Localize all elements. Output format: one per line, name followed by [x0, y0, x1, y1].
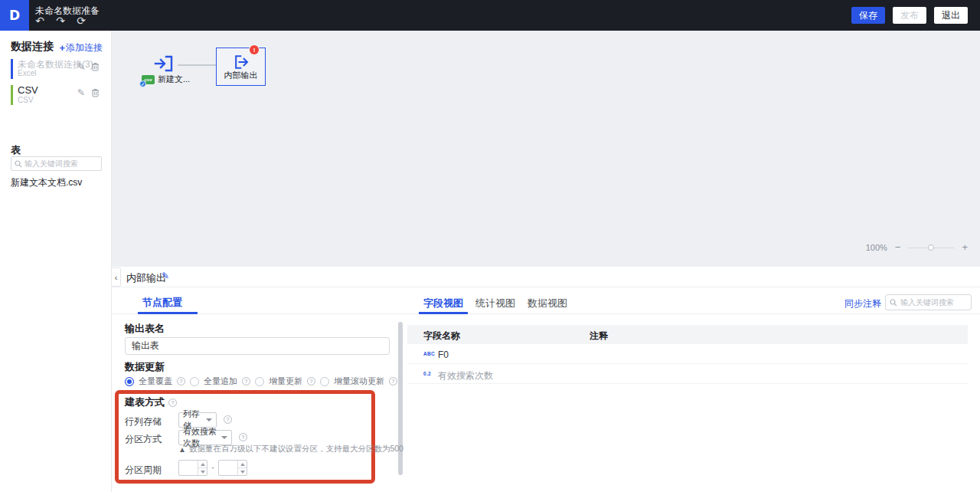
help-icon[interactable]: ?: [168, 399, 177, 407]
field-search-input[interactable]: [900, 298, 965, 307]
zoom-level: 100%: [866, 243, 887, 252]
undo-icon[interactable]: ↶: [34, 15, 46, 27]
bottom-panel: ‹ 内部输出 ✎ 节点配置 输出表名 数据更新 全量覆盖 ? 全量追加 ? 增量…: [112, 267, 980, 492]
data-update-label: 数据更新: [125, 360, 165, 374]
search-icon: [890, 299, 897, 307]
tab-field-view[interactable]: 字段视图: [423, 297, 463, 310]
row-col-storage-select[interactable]: 列存储: [178, 412, 217, 428]
check-badge-icon: ✓: [139, 80, 146, 87]
output-table-input[interactable]: [125, 337, 390, 355]
top-bar: D 未命名数据准备 ↶ ↷ ⟳ 保存 发布 退出: [0, 0, 980, 31]
connection-type: Excel: [18, 69, 36, 77]
config-tabs-row: 节点配置: [112, 287, 407, 314]
warning-text: 数据量在百万级以下不建议设置分区，支持最大分区数为500: [189, 444, 403, 454]
rename-node-icon[interactable]: ✎: [162, 271, 169, 281]
partition-period-start-stepper[interactable]: [178, 460, 207, 476]
edit-connection-icon[interactable]: ✎: [77, 61, 85, 72]
add-connection-button[interactable]: + 添加连接: [59, 41, 103, 54]
radio-full-append[interactable]: [190, 377, 199, 386]
input-node-label-row[interactable]: csv ✓ 新建文...: [142, 74, 190, 85]
radio-full-overwrite[interactable]: [125, 377, 134, 386]
help-icon[interactable]: ?: [239, 433, 247, 441]
output-node-label: 内部输出: [217, 70, 265, 81]
field-type-icon: ABC: [423, 351, 435, 356]
panel-header: ‹ 内部输出 ✎: [112, 267, 980, 287]
connection-color-bar: [11, 85, 13, 105]
partition-warning: ▲ 数据量在百万级以下不建议设置分区，支持最大分区数为500: [178, 444, 403, 454]
table-search-box: [11, 156, 102, 171]
app-logo[interactable]: D: [0, 0, 29, 31]
zoom-in-icon[interactable]: +: [962, 243, 968, 252]
radio-label[interactable]: 增量更新: [269, 376, 302, 387]
csv-file-icon: csv ✓: [142, 75, 155, 84]
column-header-note: 注释: [590, 330, 608, 343]
logo-icon: D: [9, 8, 20, 23]
zoom-slider-handle[interactable]: [928, 244, 934, 251]
partition-mode-select[interactable]: 有效搜索次数: [178, 430, 232, 445]
stepper-down-icon[interactable]: [198, 467, 207, 475]
tab-data-view[interactable]: 数据视图: [528, 297, 567, 310]
field-name: F0: [438, 349, 449, 360]
input-node[interactable]: [153, 52, 176, 75]
connection-item-csv[interactable]: CSV CSV ✎: [0, 84, 112, 106]
node-connector-line: [178, 64, 216, 66]
field-type-icon: 0.2: [423, 371, 431, 376]
tables-header: 表: [11, 143, 21, 157]
chevron-down-icon: [206, 418, 212, 421]
plus-icon: +: [59, 42, 65, 54]
output-node[interactable]: ! 内部输出: [216, 48, 266, 86]
output-table-label: 输出表名: [125, 322, 165, 336]
save-button[interactable]: 保存: [851, 7, 885, 24]
active-tab-underline: [138, 312, 198, 314]
radio-label[interactable]: 增量滚动更新: [334, 376, 384, 387]
connection-color-bar: [11, 59, 13, 79]
build-mode-label: 建表方式: [125, 395, 165, 409]
connection-type: CSV: [18, 96, 34, 104]
partition-period-label: 分区周期: [125, 464, 162, 477]
refresh-icon[interactable]: ⟳: [75, 15, 87, 27]
exit-button[interactable]: 退出: [934, 7, 968, 24]
toolbar: ↶ ↷ ⟳: [34, 15, 87, 27]
topbar-buttons: 保存 发布 退出: [851, 7, 968, 24]
table-search-input[interactable]: [24, 159, 93, 168]
add-connection-label: 添加连接: [66, 41, 103, 54]
help-icon[interactable]: ?: [307, 377, 315, 385]
active-tab-underline: [419, 312, 468, 314]
zoom-out-icon[interactable]: −: [895, 243, 901, 252]
radio-incremental-update[interactable]: [255, 377, 264, 386]
zoom-slider[interactable]: [908, 248, 954, 248]
table-row[interactable]: ABC F0: [407, 344, 968, 364]
redo-icon[interactable]: ↷: [54, 15, 67, 27]
partition-period-end-stepper[interactable]: [218, 460, 247, 476]
help-icon[interactable]: ?: [242, 377, 250, 385]
connection-item-excel[interactable]: 未命名数据连接(3) Excel ✎: [0, 58, 112, 80]
input-node-label: 新建文...: [158, 74, 190, 85]
fields-table-header: 字段名称 注释: [407, 325, 968, 344]
tab-node-config[interactable]: 节点配置: [142, 296, 182, 310]
collapse-panel-icon[interactable]: ‹: [112, 267, 121, 287]
help-icon[interactable]: ?: [224, 415, 232, 424]
help-icon[interactable]: ?: [389, 377, 397, 385]
build-mode-header: 建表方式 ?: [125, 395, 177, 409]
sync-comments-link[interactable]: 同步注释: [844, 297, 881, 310]
partition-mode-label: 分区方式: [125, 433, 162, 446]
edit-connection-icon[interactable]: ✎: [77, 87, 85, 98]
table-list-item[interactable]: 新建文本文档.csv: [11, 176, 82, 189]
stepper-up-icon[interactable]: [238, 461, 247, 467]
publish-button[interactable]: 发布: [893, 7, 926, 24]
field-name: 有效搜索次数: [438, 369, 493, 382]
tab-stats-view[interactable]: 统计视图: [475, 297, 515, 310]
help-icon[interactable]: ?: [177, 377, 185, 385]
zoom-control: 100% − +: [866, 243, 968, 252]
radio-incremental-rolling[interactable]: [320, 377, 329, 386]
delete-connection-icon[interactable]: [91, 62, 100, 71]
stepper-up-icon[interactable]: [198, 461, 207, 467]
radio-label[interactable]: 全量追加: [204, 376, 237, 387]
flow-canvas[interactable]: csv ✓ 新建文... ! 内部输出 100% − +: [112, 31, 980, 267]
stepper-down-icon[interactable]: [238, 467, 247, 475]
delete-connection-icon[interactable]: [91, 88, 100, 97]
row-col-storage-label: 行列存储: [125, 415, 162, 428]
table-row[interactable]: 0.2 有效搜索次数: [407, 364, 968, 384]
radio-label[interactable]: 全量覆盖: [139, 376, 172, 387]
chevron-down-icon: [221, 436, 227, 439]
